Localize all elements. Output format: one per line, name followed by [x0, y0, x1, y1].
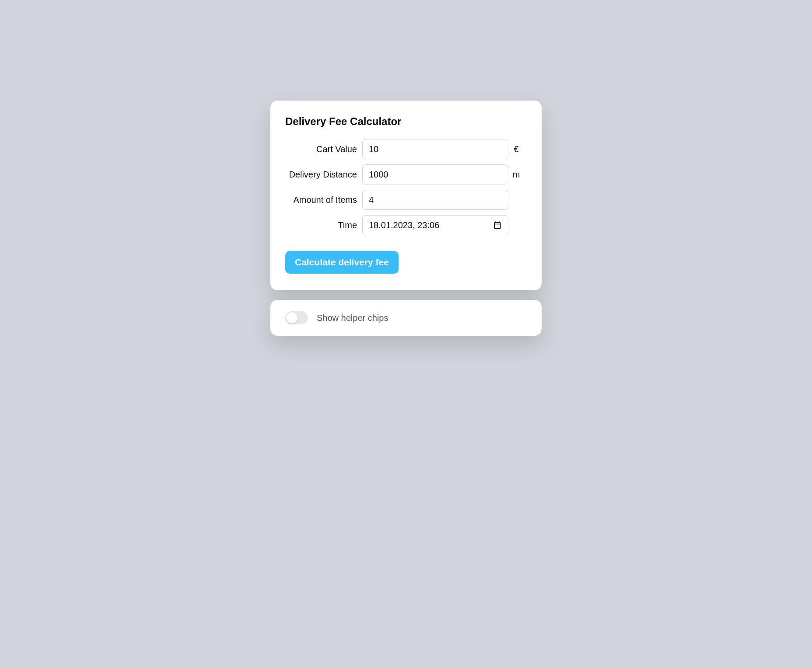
- delivery-distance-label: Delivery Distance: [285, 170, 362, 180]
- delivery-distance-unit: m: [508, 170, 524, 180]
- amount-of-items-input[interactable]: [362, 190, 508, 210]
- cart-value-unit: €: [508, 144, 524, 154]
- amount-of-items-row: Amount of Items: [285, 190, 527, 210]
- delivery-distance-input[interactable]: [362, 164, 508, 184]
- helper-chips-label: Show helper chips: [317, 313, 388, 323]
- page-title: Delivery Fee Calculator: [285, 115, 527, 128]
- helper-card: Show helper chips: [270, 300, 542, 336]
- calendar-icon: [493, 221, 502, 230]
- time-row: Time 18.01.2023, 23:06: [285, 215, 527, 235]
- time-value: 18.01.2023, 23:06: [369, 220, 439, 230]
- delivery-distance-row: Delivery Distance m: [285, 164, 527, 184]
- cart-value-label: Cart Value: [285, 144, 362, 154]
- amount-of-items-label: Amount of Items: [285, 195, 362, 205]
- toggle-knob: [286, 312, 298, 324]
- time-label: Time: [285, 220, 362, 230]
- cart-value-row: Cart Value €: [285, 139, 527, 159]
- calculate-button[interactable]: Calculate delivery fee: [285, 251, 399, 274]
- cart-value-input[interactable]: [362, 139, 508, 159]
- calculator-card: Delivery Fee Calculator Cart Value € Del…: [270, 101, 542, 290]
- time-input[interactable]: 18.01.2023, 23:06: [362, 215, 508, 235]
- helper-chips-toggle[interactable]: [285, 311, 308, 324]
